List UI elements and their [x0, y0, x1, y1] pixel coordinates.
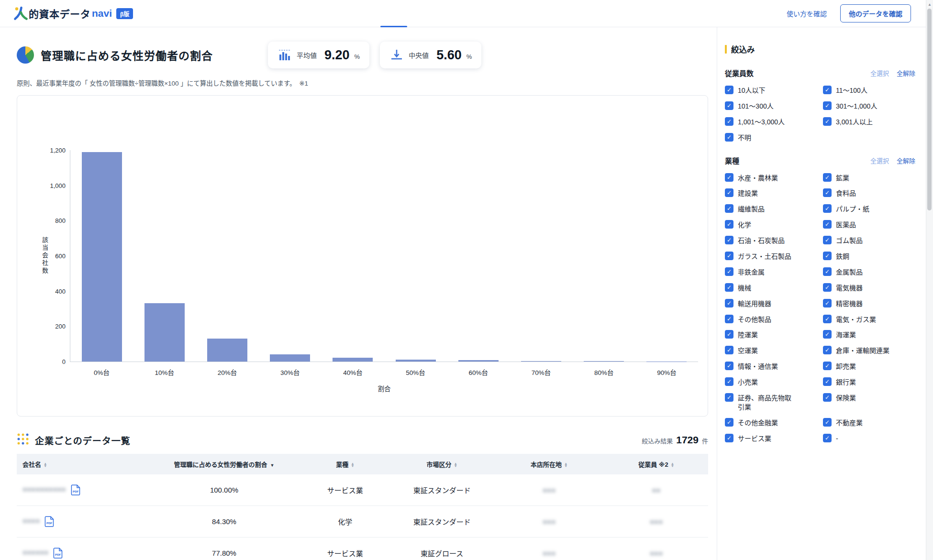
checkbox-checked-icon[interactable]: ✓: [823, 362, 832, 370]
column-header-market[interactable]: 市場区分▲▼: [390, 454, 494, 474]
checkbox-checked-icon[interactable]: ✓: [725, 418, 733, 427]
checkbox-checked-icon[interactable]: ✓: [823, 346, 832, 354]
checkbox-checked-icon[interactable]: ✓: [823, 299, 832, 307]
checkbox-checked-icon[interactable]: ✓: [823, 377, 832, 386]
usage-help-link[interactable]: 使い方を確認: [787, 9, 827, 18]
pdf-icon[interactable]: PDF: [71, 484, 81, 495]
filter-option[interactable]: ✓ガラス・土石製品: [725, 252, 823, 261]
checkbox-checked-icon[interactable]: ✓: [823, 393, 832, 402]
checkbox-checked-icon[interactable]: ✓: [823, 86, 832, 94]
checkbox-checked-icon[interactable]: ✓: [725, 117, 733, 126]
filter-option[interactable]: ✓ゴム製品: [823, 236, 915, 245]
employee-select-all-link[interactable]: 全選択: [870, 68, 889, 77]
column-header-ratio[interactable]: 管理職に占める女性労働者の割合▼: [148, 454, 300, 474]
filter-option[interactable]: ✓10人以下: [725, 86, 823, 95]
scrollbar-up-arrow[interactable]: ▲: [926, 1, 933, 8]
filter-option[interactable]: ✓不動産業: [823, 418, 915, 428]
filter-option[interactable]: ✓医薬品: [823, 220, 915, 230]
filter-option[interactable]: ✓食料品: [823, 188, 915, 198]
filter-option[interactable]: ✓卸売業: [823, 362, 915, 371]
filter-option[interactable]: ✓倉庫・運輸関連業: [823, 346, 915, 355]
checkbox-checked-icon[interactable]: ✓: [823, 220, 832, 229]
filter-option[interactable]: ✓精密機器: [823, 299, 915, 308]
column-header-industry[interactable]: 業種▲▼: [300, 454, 390, 474]
filter-option[interactable]: ✓非鉄金属: [725, 267, 823, 277]
checkbox-checked-icon[interactable]: ✓: [725, 252, 733, 260]
checkbox-checked-icon[interactable]: ✓: [823, 418, 832, 427]
checkbox-checked-icon[interactable]: ✓: [823, 283, 832, 292]
checkbox-checked-icon[interactable]: ✓: [725, 362, 733, 370]
filter-option[interactable]: ✓小売業: [725, 377, 823, 387]
employee-clear-all-link[interactable]: 全解除: [897, 68, 915, 77]
filter-option[interactable]: ✓石油・石炭製品: [725, 236, 823, 245]
other-data-button[interactable]: 他のデータを確認: [840, 4, 911, 22]
checkbox-checked-icon[interactable]: ✓: [725, 377, 733, 386]
filter-option[interactable]: ✓11〜100人: [823, 86, 915, 95]
filter-option[interactable]: ✓繊維製品: [725, 204, 823, 214]
checkbox-checked-icon[interactable]: ✓: [823, 267, 832, 276]
column-header-company[interactable]: 会社名▲▼: [17, 454, 148, 474]
filter-option[interactable]: ✓鉱業: [823, 173, 915, 183]
checkbox-checked-icon[interactable]: ✓: [823, 236, 832, 244]
filter-option[interactable]: ✓1,001〜3,000人: [725, 117, 823, 127]
checkbox-checked-icon[interactable]: ✓: [823, 330, 832, 339]
checkbox-checked-icon[interactable]: ✓: [725, 188, 733, 197]
filter-option[interactable]: ✓空運業: [725, 346, 823, 355]
checkbox-checked-icon[interactable]: ✓: [725, 204, 733, 213]
checkbox-checked-icon[interactable]: ✓: [725, 283, 733, 292]
filter-option[interactable]: ✓サービス業: [725, 434, 823, 443]
filter-option[interactable]: ✓機械: [725, 283, 823, 293]
filter-option[interactable]: ✓輸送用機器: [725, 299, 823, 308]
filter-option[interactable]: ✓電気・ガス業: [823, 315, 915, 324]
filter-option[interactable]: ✓保険業: [823, 393, 915, 412]
checkbox-checked-icon[interactable]: ✓: [725, 101, 733, 110]
app-logo[interactable]: 的資本データ navi β版: [13, 6, 133, 21]
pdf-icon[interactable]: PDF: [53, 548, 63, 559]
checkbox-checked-icon[interactable]: ✓: [725, 434, 733, 442]
checkbox-checked-icon[interactable]: ✓: [823, 204, 832, 213]
filter-option[interactable]: ✓その他製品: [725, 315, 823, 324]
filter-option[interactable]: ✓-: [823, 434, 915, 443]
checkbox-checked-icon[interactable]: ✓: [823, 188, 832, 197]
filter-option[interactable]: ✓化学: [725, 220, 823, 230]
checkbox-checked-icon[interactable]: ✓: [725, 315, 733, 323]
filter-option[interactable]: ✓鉄鋼: [823, 252, 915, 261]
page-scrollbar[interactable]: ▲: [926, 0, 933, 560]
pdf-icon[interactable]: PDF: [44, 516, 55, 527]
filter-option[interactable]: ✓101〜300人: [725, 101, 823, 111]
filter-option[interactable]: ✓パルプ・紙: [823, 204, 915, 214]
filter-option[interactable]: ✓建設業: [725, 188, 823, 198]
checkbox-checked-icon[interactable]: ✓: [823, 434, 832, 442]
checkbox-checked-icon[interactable]: ✓: [823, 315, 832, 323]
checkbox-checked-icon[interactable]: ✓: [725, 220, 733, 229]
industry-select-all-link[interactable]: 全選択: [870, 156, 889, 165]
checkbox-checked-icon[interactable]: ✓: [725, 346, 733, 354]
checkbox-checked-icon[interactable]: ✓: [823, 252, 832, 260]
checkbox-checked-icon[interactable]: ✓: [725, 330, 733, 339]
filter-option[interactable]: ✓海運業: [823, 330, 915, 340]
checkbox-checked-icon[interactable]: ✓: [823, 117, 832, 126]
checkbox-checked-icon[interactable]: ✓: [823, 173, 832, 182]
industry-clear-all-link[interactable]: 全解除: [897, 156, 915, 165]
filter-option[interactable]: ✓陸運業: [725, 330, 823, 340]
checkbox-checked-icon[interactable]: ✓: [823, 101, 832, 110]
filter-option[interactable]: ✓301〜1,000人: [823, 101, 915, 111]
scrollbar-thumb[interactable]: [927, 9, 932, 210]
filter-option[interactable]: ✓銀行業: [823, 377, 915, 387]
filter-option[interactable]: ✓情報・通信業: [725, 362, 823, 371]
checkbox-checked-icon[interactable]: ✓: [725, 393, 733, 402]
filter-option[interactable]: ✓3,001人以上: [823, 117, 915, 127]
filter-option[interactable]: ✓証券、商品先物取引業: [725, 393, 823, 412]
filter-option[interactable]: ✓電気機器: [823, 283, 915, 293]
filter-option[interactable]: ✓不明: [725, 133, 823, 143]
column-header-employees[interactable]: 従業員 ※2▲▼: [604, 454, 708, 474]
checkbox-checked-icon[interactable]: ✓: [725, 267, 733, 276]
checkbox-checked-icon[interactable]: ✓: [725, 299, 733, 307]
filter-option[interactable]: ✓水産・農林業: [725, 173, 823, 183]
checkbox-checked-icon[interactable]: ✓: [725, 236, 733, 244]
filter-option[interactable]: ✓金属製品: [823, 267, 915, 277]
filter-option[interactable]: ✓その他金融業: [725, 418, 823, 428]
column-header-location[interactable]: 本店所在地▲▼: [494, 454, 604, 474]
checkbox-checked-icon[interactable]: ✓: [725, 133, 733, 142]
checkbox-checked-icon[interactable]: ✓: [725, 173, 733, 182]
